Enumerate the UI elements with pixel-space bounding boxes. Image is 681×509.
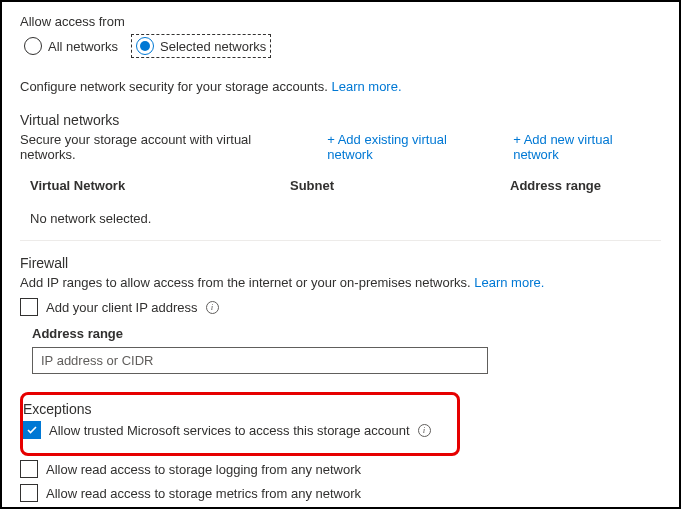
allow-access-title: Allow access from (20, 14, 661, 29)
vnet-title: Virtual networks (20, 112, 661, 128)
radio-circle-icon (136, 37, 154, 55)
config-description: Configure network security for your stor… (20, 79, 661, 94)
logging-access-label: Allow read access to storage logging fro… (46, 462, 361, 477)
logging-access-checkbox[interactable] (20, 460, 38, 478)
config-text: Configure network security for your stor… (20, 79, 331, 94)
config-learn-more-link[interactable]: Learn more. (331, 79, 401, 94)
add-existing-vnet-link[interactable]: + Add existing virtual network (327, 132, 495, 162)
vnet-action-row: Secure your storage account with virtual… (20, 132, 661, 162)
info-icon[interactable]: i (418, 424, 431, 437)
logging-access-row: Allow read access to storage logging fro… (20, 460, 661, 478)
col-header-network: Virtual Network (30, 178, 290, 193)
trusted-services-row: Allow trusted Microsoft services to acce… (23, 421, 451, 439)
firewall-learn-more-link[interactable]: Learn more. (474, 275, 544, 290)
radio-all-networks[interactable]: All networks (20, 35, 122, 57)
col-header-range: Address range (510, 178, 651, 193)
add-new-vnet-link[interactable]: + Add new virtual network (513, 132, 661, 162)
checkmark-icon (26, 424, 38, 436)
add-client-ip-checkbox[interactable] (20, 298, 38, 316)
firewall-title: Firewall (20, 255, 661, 271)
vnet-description: Secure your storage account with virtual… (20, 132, 309, 162)
firewall-text: Add IP ranges to allow access from the i… (20, 275, 474, 290)
col-header-subnet: Subnet (290, 178, 510, 193)
address-range-input[interactable] (32, 347, 488, 374)
add-client-ip-row: Add your client IP address i (20, 298, 661, 316)
firewall-description: Add IP ranges to allow access from the i… (20, 275, 661, 290)
radio-selected-networks-label: Selected networks (160, 39, 266, 54)
radio-circle-icon (24, 37, 42, 55)
trusted-services-label: Allow trusted Microsoft services to acce… (49, 423, 410, 438)
exceptions-highlight: Exceptions Allow trusted Microsoft servi… (20, 392, 460, 456)
metrics-access-label: Allow read access to storage metrics fro… (46, 486, 361, 501)
vnet-table-empty: No network selected. (20, 201, 661, 241)
vnet-table-header: Virtual Network Subnet Address range (20, 170, 661, 201)
metrics-access-checkbox[interactable] (20, 484, 38, 502)
trusted-services-checkbox[interactable] (23, 421, 41, 439)
radio-selected-networks[interactable]: Selected networks (132, 35, 270, 57)
add-client-ip-label: Add your client IP address (46, 300, 198, 315)
info-icon[interactable]: i (206, 301, 219, 314)
address-range-label: Address range (32, 326, 661, 341)
radio-all-networks-label: All networks (48, 39, 118, 54)
exceptions-title: Exceptions (23, 401, 451, 417)
allow-access-radio-group: All networks Selected networks (20, 35, 661, 57)
metrics-access-row: Allow read access to storage metrics fro… (20, 484, 661, 502)
